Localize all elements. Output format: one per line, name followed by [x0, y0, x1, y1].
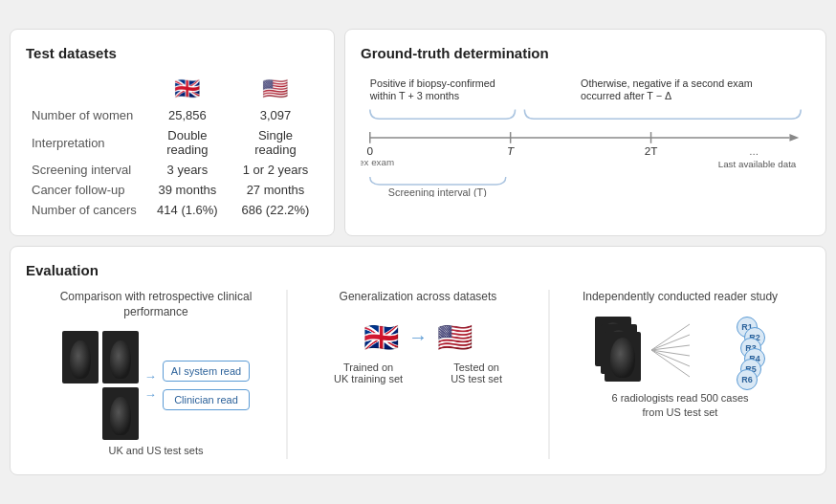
- reader-title: Independently conducted reader study: [583, 290, 778, 305]
- col-label: [26, 73, 143, 105]
- uk-flag-gen: 🇬🇧: [363, 320, 399, 354]
- reader-diagram: R1R2R3R4R5R6: [595, 317, 765, 383]
- gen-arrow: →: [408, 326, 428, 348]
- ai-read-box: AI system read: [163, 361, 250, 382]
- table-row: Number of cancers 414 (1.6%) 686 (22.2%): [26, 200, 319, 220]
- svg-marker-5: [789, 134, 799, 142]
- us-test-text: US test set: [451, 373, 502, 384]
- us-flag-gen: 🇺🇸: [437, 320, 473, 354]
- svg-text:Positive if biopsy-confirmed: Positive if biopsy-confirmed: [370, 77, 495, 89]
- radiologist-circles: R1R2R3R4R5R6: [698, 317, 765, 383]
- mammo-image-1: [62, 331, 99, 383]
- comparison-title: Comparison with retrospective clinical p…: [33, 290, 278, 319]
- evaluation-title: Evaluation: [26, 262, 810, 278]
- read-boxes: AI system read Clinician read: [163, 361, 250, 410]
- timeline-svg: Positive if biopsy-confirmed within T + …: [361, 73, 810, 197]
- gen-diagram: 🇬🇧 → 🇺🇸: [363, 320, 473, 354]
- eval-section-reader: Independently conducted reader study: [549, 290, 810, 459]
- row-uk-value: Double reading: [143, 125, 232, 160]
- svg-text:Last available data: Last available data: [718, 159, 797, 169]
- row-us-value: 27 months: [232, 180, 319, 200]
- bottom-row: Evaluation Comparison with retrospective…: [10, 246, 826, 475]
- table-row: Number of women 25,856 3,097: [26, 105, 319, 125]
- reader-circle-r6: R6: [737, 369, 758, 390]
- ground-truth-card: Ground-truth determination Positive if b…: [344, 29, 826, 236]
- mammo-group: [62, 331, 139, 440]
- col-uk: 🇬🇧: [143, 73, 232, 105]
- svg-text:occurred after T − Δ: occurred after T − Δ: [581, 90, 671, 101]
- us-flag: 🇺🇸: [240, 77, 311, 101]
- mammo-image-3: [102, 387, 139, 440]
- row-uk-value: 414 (1.6%): [143, 200, 232, 220]
- tested-text: Tested on: [451, 362, 502, 373]
- comparison-diagram: → → AI system read Clinician read: [62, 331, 250, 440]
- row-uk-value: 3 years: [143, 160, 232, 180]
- trained-label: Trained on UK training set: [334, 362, 403, 384]
- arrow-connectors: → →: [144, 369, 157, 402]
- reader-bottom-text: 6 radiologists read 500 casesfrom US tes…: [611, 391, 748, 421]
- svg-text:2T: 2T: [645, 144, 658, 157]
- comparison-label: UK and US test sets: [108, 445, 203, 456]
- clinician-read-box: Clinician read: [163, 389, 250, 410]
- uk-flag: 🇬🇧: [150, 77, 225, 101]
- table-row: Interpretation Double reading Single rea…: [26, 125, 319, 160]
- svg-text:Otherwise, negative if a secon: Otherwise, negative if a second exam: [581, 77, 753, 89]
- ground-truth-title: Ground-truth determination: [361, 45, 810, 61]
- reader-lines-svg: [647, 317, 694, 383]
- row-us-value: Single reading: [232, 125, 319, 160]
- evaluation-card: Evaluation Comparison with retrospective…: [10, 246, 826, 475]
- row-uk-value: 39 months: [143, 180, 232, 200]
- arrow-down: →: [144, 387, 157, 402]
- svg-text:T: T: [507, 144, 515, 157]
- svg-text:...: ...: [749, 144, 759, 157]
- svg-text:0: 0: [367, 144, 374, 157]
- svg-text:Screening interval (T): Screening interval (T): [388, 186, 487, 197]
- datasets-table: 🇬🇧 🇺🇸 Number of women 25,856 3,097 Inter…: [26, 73, 319, 220]
- row-label: Number of women: [26, 105, 143, 125]
- mammo-image-2: [102, 331, 139, 383]
- uk-training-text: UK training set: [334, 373, 403, 384]
- svg-text:within T + 3 months: within T + 3 months: [369, 90, 459, 101]
- svg-text:Index exam: Index exam: [361, 158, 394, 168]
- reader-mammo-3: [605, 332, 641, 382]
- test-datasets-card: Test datasets 🇬🇧 🇺🇸 Number of women 25,8…: [10, 29, 335, 236]
- comparison-bottom-text: UK and US test sets: [108, 444, 203, 458]
- table-row: Screening interval 3 years 1 or 2 years: [26, 160, 319, 180]
- generalization-title: Generalization across datasets: [340, 290, 497, 305]
- main-container: Test datasets 🇬🇧 🇺🇸 Number of women 25,8…: [10, 29, 826, 475]
- top-row: Test datasets 🇬🇧 🇺🇸 Number of women 25,8…: [10, 29, 826, 236]
- col-us: 🇺🇸: [232, 73, 319, 105]
- eval-section-generalization: Generalization across datasets 🇬🇧 → 🇺🇸 T…: [287, 290, 549, 459]
- row-label: Cancer follow-up: [26, 180, 143, 200]
- row-uk-value: 25,856: [143, 105, 232, 125]
- row-us-value: 1 or 2 years: [232, 160, 319, 180]
- eval-section-comparison: Comparison with retrospective clinical p…: [26, 290, 287, 459]
- row-us-value: 686 (22.2%): [232, 200, 319, 220]
- row-label: Number of cancers: [26, 200, 143, 220]
- arrow-up: →: [144, 369, 157, 383]
- table-row: Cancer follow-up 39 months 27 months: [26, 180, 319, 200]
- test-datasets-title: Test datasets: [26, 45, 319, 61]
- trained-text: Trained on: [334, 362, 403, 373]
- eval-sections: Comparison with retrospective clinical p…: [26, 290, 810, 459]
- gen-labels: Trained on UK training set Tested on US …: [334, 362, 502, 384]
- reader-mammos: [595, 317, 643, 383]
- row-us-value: 3,097: [232, 105, 319, 125]
- row-label: Screening interval: [26, 160, 143, 180]
- row-label: Interpretation: [26, 125, 143, 160]
- tested-label: Tested on US test set: [451, 362, 502, 384]
